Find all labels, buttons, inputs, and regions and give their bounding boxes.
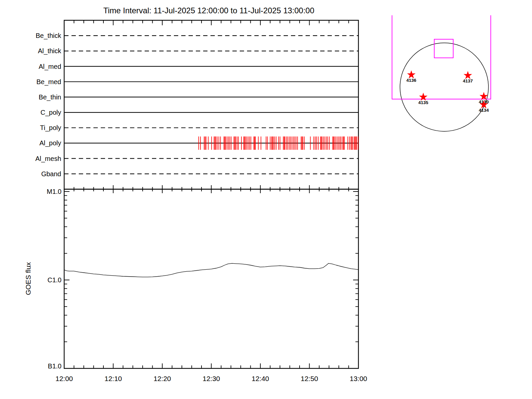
target-pointing-box <box>434 39 453 58</box>
filter-label-Al_mesh: Al_mesh <box>35 155 61 163</box>
active-region-label: 4136 <box>406 78 417 83</box>
active-region-star-icon <box>419 93 428 101</box>
goes-x-tick-label: 12:30 <box>202 375 220 382</box>
goes-x-tick-label: 13:00 <box>350 375 367 382</box>
filter-label-Be_med: Be_med <box>37 78 62 86</box>
active-region-label: 4135 <box>418 100 429 105</box>
goes-y-tick-label: B1.0 <box>48 362 62 370</box>
goes-y-tick-label: C1.0 <box>48 276 62 284</box>
solar-disk-map: 41364137413541304134 <box>392 15 491 131</box>
goes-x-tick-label: 12:20 <box>154 375 171 382</box>
filter-label-Ti_poly: Ti_poly <box>40 124 61 132</box>
active-region-label: 4137 <box>463 78 473 83</box>
filter-label-Al_poly: Al_poly <box>39 139 61 147</box>
filter-label-Gband: Gband <box>41 170 61 178</box>
screenshot-root: Time Interval: 11-Jul-2025 12:00:00 to 1… <box>0 0 532 399</box>
goes-flux-curve <box>64 263 358 277</box>
xrt-panel-border <box>64 20 358 189</box>
goes-panel-border <box>64 189 358 368</box>
goes-x-tick-label: 12:50 <box>301 375 318 382</box>
filter-label-C_poly: C_poly <box>41 109 61 116</box>
xrt-filter-timeline-panel: Be_thickAl_thickAl_medBe_medBe_thinC_pol… <box>35 20 358 193</box>
filter-label-Al_med: Al_med <box>39 63 61 70</box>
filter-label-Al_thick: Al_thick <box>38 47 62 55</box>
active-region-label: 4134 <box>479 108 489 113</box>
filter-label-Be_thick: Be_thick <box>36 32 62 40</box>
filter-label-Be_thin: Be_thin <box>39 93 61 101</box>
page-title: Time Interval: 11-Jul-2025 12:00:00 to 1… <box>103 6 315 15</box>
solar-limb-circle <box>400 43 488 131</box>
active-region-star-icon <box>464 71 472 79</box>
goes-ylabel: GOES flux <box>24 262 32 295</box>
goes-y-tick-label: M1.0 <box>47 188 62 195</box>
goes-x-tick-label: 12:40 <box>252 375 269 382</box>
active-region-star-icon <box>407 70 416 78</box>
xrt-goes-observation-plot: Time Interval: 11-Jul-2025 12:00:00 to 1… <box>0 0 532 399</box>
fov-outline <box>392 15 491 99</box>
goes-x-tick-label: 12:00 <box>56 375 73 382</box>
goes-x-tick-label: 12:10 <box>104 375 122 382</box>
goes-flux-panel: M1.0C1.0B1.012:0012:1012:2012:3012:4012:… <box>24 188 367 382</box>
